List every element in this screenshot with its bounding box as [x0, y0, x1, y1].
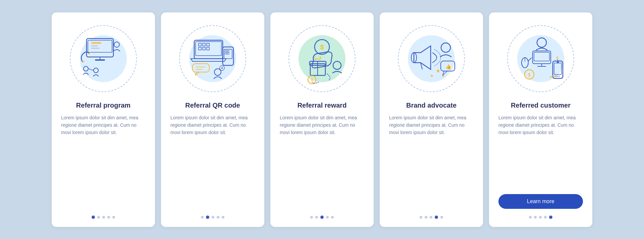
- svg-rect-14: [199, 43, 201, 46]
- dot-active: [206, 216, 209, 219]
- card-title-referral-reward: Referral reward: [298, 102, 347, 109]
- svg-text:$: $: [528, 72, 531, 77]
- svg-point-7: [114, 42, 119, 47]
- svg-point-11: [94, 68, 98, 73]
- card-brand-advocate: ★ ★ ★ 👍 Brand advocate Lorem ipsum dolor…: [380, 12, 483, 227]
- svg-rect-15: [203, 43, 205, 46]
- card-referred-customer: $ PAY $ Referred customer Lorem ipsum do…: [489, 12, 592, 227]
- icon-area-referral-program: [66, 22, 140, 96]
- dot: [539, 216, 542, 219]
- svg-text:👍: 👍: [445, 64, 451, 70]
- card-text-referred-customer: Lorem ipsum dolor sit dim amet, mea regi…: [498, 114, 583, 189]
- dot-active: [549, 216, 552, 219]
- dot: [201, 216, 204, 219]
- dots-row-2: [201, 216, 224, 219]
- referral-program-icon: [76, 32, 130, 85]
- svg-rect-23: [227, 50, 229, 52]
- icon-area-referral-reward: $ $: [285, 22, 359, 96]
- dot: [102, 216, 105, 219]
- svg-text:★: ★: [436, 68, 440, 74]
- svg-text:$: $: [556, 55, 559, 60]
- svg-rect-21: [224, 49, 232, 59]
- dot: [310, 216, 313, 219]
- card-title-referral-program: Referral program: [76, 102, 130, 109]
- svg-rect-50: [533, 51, 551, 64]
- dots-row-5: [529, 216, 552, 219]
- card-title-brand-advocate: Brand advocate: [406, 102, 457, 109]
- dot-active: [92, 216, 95, 219]
- icon-area-brand-advocate: ★ ★ ★ 👍: [394, 22, 468, 96]
- svg-line-8: [83, 61, 84, 62]
- dot: [425, 216, 427, 219]
- svg-rect-59: [554, 63, 561, 74]
- card-text-referral-program: Lorem ipsum dolor sit dim amet, mea regi…: [61, 114, 146, 209]
- card-text-brand-advocate: Lorem ipsum dolor sit dim amet, mea regi…: [389, 114, 474, 209]
- svg-rect-18: [203, 47, 205, 50]
- svg-rect-16: [207, 43, 209, 46]
- dot: [326, 216, 329, 219]
- svg-rect-4: [91, 48, 100, 49]
- svg-rect-2: [91, 42, 101, 44]
- svg-line-9: [89, 52, 90, 54]
- svg-point-29: [214, 69, 221, 75]
- referred-customer-icon: $ PAY $: [513, 31, 569, 86]
- dot: [217, 216, 219, 219]
- dot: [440, 216, 443, 219]
- svg-rect-19: [207, 47, 209, 50]
- card-text-referral-reward: Lorem ipsum dolor sit dim amet, mea regi…: [280, 114, 364, 209]
- card-title-referred-customer: Referred customer: [511, 102, 571, 109]
- card-text-referral-qr-code: Lorem ipsum dolor sit dim amet, mea regi…: [170, 114, 255, 209]
- dots-row-1: [92, 216, 115, 219]
- dots-row-4: [420, 216, 443, 219]
- dot: [107, 216, 110, 219]
- brand-advocate-icon: ★ ★ ★ 👍: [404, 31, 459, 86]
- svg-rect-26: [193, 64, 209, 72]
- svg-text:$: $: [320, 44, 324, 51]
- card-referral-program: Referral program Lorem ipsum dolor sit d…: [52, 12, 155, 227]
- svg-point-49: [537, 38, 546, 47]
- cards-container: Referral program Lorem ipsum dolor sit d…: [38, 2, 606, 238]
- svg-marker-62: [556, 62, 559, 64]
- dot-active: [435, 216, 438, 219]
- dots-row-3: [310, 216, 334, 219]
- dot-active: [320, 216, 324, 219]
- icon-area-referred-customer: $ PAY $: [504, 22, 578, 96]
- svg-rect-24: [225, 53, 227, 54]
- dot: [544, 216, 547, 219]
- svg-text:★: ★: [430, 73, 434, 78]
- referral-reward-icon: $ $: [293, 30, 351, 87]
- svg-rect-51: [534, 52, 549, 61]
- card-referral-qr-code: Referral QR code Lorem ipsum dolor sit d…: [161, 12, 264, 227]
- svg-rect-25: [227, 53, 229, 54]
- svg-rect-3: [91, 45, 98, 47]
- dot: [315, 216, 318, 219]
- card-referral-reward: $ $ Referral r: [270, 12, 374, 227]
- svg-rect-0: [87, 39, 113, 57]
- dot: [112, 216, 115, 219]
- svg-rect-17: [199, 47, 201, 50]
- dot: [529, 216, 532, 219]
- svg-point-10: [84, 66, 88, 71]
- svg-rect-6: [95, 59, 105, 61]
- dot: [331, 216, 334, 219]
- dot: [430, 216, 432, 219]
- dot: [534, 216, 537, 219]
- dot: [97, 216, 100, 219]
- dot: [212, 216, 214, 219]
- dot: [222, 216, 224, 219]
- svg-point-43: [441, 43, 450, 52]
- referral-qr-code-icon: [186, 32, 239, 85]
- svg-point-38: [333, 61, 341, 69]
- learn-more-button[interactable]: Learn more: [498, 194, 583, 209]
- dot: [420, 216, 422, 219]
- svg-text:$: $: [311, 78, 313, 82]
- svg-rect-13: [196, 42, 221, 56]
- card-title-referral-qr-code: Referral QR code: [185, 102, 240, 109]
- svg-rect-22: [225, 50, 227, 52]
- icon-area-referral-qr-code: [176, 22, 250, 96]
